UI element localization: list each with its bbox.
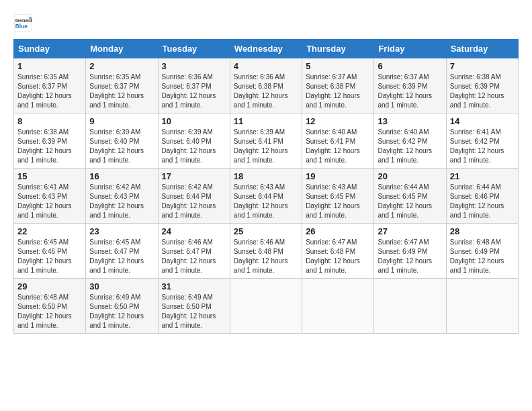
day-detail: Sunrise: 6:40 AMSunset: 6:42 PMDaylight:… (378, 128, 432, 164)
day-detail: Sunrise: 6:42 AMSunset: 6:43 PMDaylight:… (89, 183, 144, 219)
calendar-day-cell: 16 Sunrise: 6:42 AMSunset: 6:43 PMDaylig… (86, 169, 158, 224)
svg-text:Blue: Blue (15, 23, 28, 30)
calendar-day-cell: 24 Sunrise: 6:46 AMSunset: 6:47 PMDaylig… (158, 224, 230, 279)
day-number: 15 (17, 171, 82, 181)
day-detail: Sunrise: 6:49 AMSunset: 6:50 PMDaylight:… (89, 293, 144, 329)
day-detail: Sunrise: 6:46 AMSunset: 6:47 PMDaylight:… (162, 238, 216, 274)
calendar-day-cell: 13 Sunrise: 6:40 AMSunset: 6:42 PMDaylig… (374, 113, 446, 169)
day-number: 10 (162, 116, 226, 126)
day-number: 5 (306, 61, 370, 71)
calendar-day-cell: 2 Sunrise: 6:35 AMSunset: 6:37 PMDayligh… (86, 58, 158, 113)
calendar-day-cell: 3 Sunrise: 6:36 AMSunset: 6:37 PMDayligh… (158, 58, 230, 113)
calendar-day-cell: 17 Sunrise: 6:42 AMSunset: 6:44 PMDaylig… (158, 169, 230, 224)
day-number: 14 (450, 116, 515, 126)
weekday-header: Saturday (446, 40, 518, 58)
calendar-day-cell: 26 Sunrise: 6:47 AMSunset: 6:48 PMDaylig… (302, 224, 374, 279)
day-detail: Sunrise: 6:43 AMSunset: 6:45 PMDaylight:… (306, 183, 360, 219)
weekday-header: Tuesday (158, 40, 230, 58)
calendar-day-cell: 10 Sunrise: 6:39 AMSunset: 6:40 PMDaylig… (158, 113, 230, 169)
day-detail: Sunrise: 6:44 AMSunset: 6:45 PMDaylight:… (378, 183, 432, 219)
day-detail: Sunrise: 6:39 AMSunset: 6:40 PMDaylight:… (162, 128, 216, 164)
day-number: 23 (89, 226, 154, 236)
calendar-day-cell (374, 279, 446, 334)
day-detail: Sunrise: 6:41 AMSunset: 6:42 PMDaylight:… (450, 128, 504, 164)
calendar-week-row: 1 Sunrise: 6:35 AMSunset: 6:37 PMDayligh… (14, 58, 519, 113)
calendar-day-cell: 21 Sunrise: 6:44 AMSunset: 6:46 PMDaylig… (446, 169, 518, 224)
calendar-week-row: 15 Sunrise: 6:41 AMSunset: 6:43 PMDaylig… (14, 169, 519, 224)
day-number: 2 (89, 61, 154, 71)
calendar-day-cell: 15 Sunrise: 6:41 AMSunset: 6:43 PMDaylig… (14, 169, 86, 224)
day-detail: Sunrise: 6:47 AMSunset: 6:48 PMDaylight:… (306, 238, 360, 274)
day-number: 22 (17, 226, 82, 236)
calendar-day-cell: 12 Sunrise: 6:40 AMSunset: 6:41 PMDaylig… (302, 113, 374, 169)
calendar-day-cell: 9 Sunrise: 6:39 AMSunset: 6:40 PMDayligh… (86, 113, 158, 169)
calendar-day-cell: 29 Sunrise: 6:48 AMSunset: 6:50 PMDaylig… (14, 279, 86, 334)
weekday-header: Wednesday (230, 40, 302, 58)
calendar-day-cell: 14 Sunrise: 6:41 AMSunset: 6:42 PMDaylig… (446, 113, 518, 169)
day-detail: Sunrise: 6:44 AMSunset: 6:46 PMDaylight:… (450, 183, 504, 219)
calendar-day-cell (302, 279, 374, 334)
day-number: 8 (17, 116, 82, 126)
logo: General Blue (13, 13, 35, 32)
day-detail: Sunrise: 6:41 AMSunset: 6:43 PMDaylight:… (17, 183, 72, 219)
day-number: 28 (450, 226, 515, 236)
day-number: 12 (306, 116, 370, 126)
calendar-week-row: 22 Sunrise: 6:45 AMSunset: 6:46 PMDaylig… (14, 224, 519, 279)
day-number: 13 (378, 116, 442, 126)
day-detail: Sunrise: 6:43 AMSunset: 6:44 PMDaylight:… (234, 183, 288, 219)
calendar-day-cell (230, 279, 302, 334)
day-number: 30 (89, 281, 154, 291)
day-number: 6 (378, 61, 442, 71)
day-number: 16 (89, 171, 154, 181)
calendar-day-cell: 23 Sunrise: 6:45 AMSunset: 6:47 PMDaylig… (86, 224, 158, 279)
day-detail: Sunrise: 6:39 AMSunset: 6:41 PMDaylight:… (234, 128, 288, 164)
day-number: 1 (17, 61, 82, 71)
day-detail: Sunrise: 6:42 AMSunset: 6:44 PMDaylight:… (162, 183, 216, 219)
calendar-day-cell: 8 Sunrise: 6:38 AMSunset: 6:39 PMDayligh… (14, 113, 86, 169)
day-detail: Sunrise: 6:36 AMSunset: 6:37 PMDaylight:… (162, 73, 216, 109)
calendar-day-cell: 28 Sunrise: 6:48 AMSunset: 6:49 PMDaylig… (446, 224, 518, 279)
day-detail: Sunrise: 6:38 AMSunset: 6:39 PMDaylight:… (450, 73, 504, 109)
day-detail: Sunrise: 6:37 AMSunset: 6:39 PMDaylight:… (378, 73, 432, 109)
calendar-day-cell: 4 Sunrise: 6:36 AMSunset: 6:38 PMDayligh… (230, 58, 302, 113)
day-detail: Sunrise: 6:35 AMSunset: 6:37 PMDaylight:… (89, 73, 144, 109)
weekday-header: Friday (374, 40, 446, 58)
calendar-day-cell: 6 Sunrise: 6:37 AMSunset: 6:39 PMDayligh… (374, 58, 446, 113)
day-number: 26 (306, 226, 370, 236)
calendar-day-cell (446, 279, 518, 334)
day-detail: Sunrise: 6:49 AMSunset: 6:50 PMDaylight:… (162, 293, 216, 329)
calendar-table: SundayMondayTuesdayWednesdayThursdayFrid… (13, 39, 519, 334)
day-number: 4 (234, 61, 298, 71)
day-detail: Sunrise: 6:48 AMSunset: 6:50 PMDaylight:… (17, 293, 72, 329)
weekday-header: Monday (86, 40, 158, 58)
day-number: 27 (378, 226, 442, 236)
calendar-day-cell: 19 Sunrise: 6:43 AMSunset: 6:45 PMDaylig… (302, 169, 374, 224)
calendar-day-cell: 20 Sunrise: 6:44 AMSunset: 6:45 PMDaylig… (374, 169, 446, 224)
page-header: General Blue (13, 13, 519, 32)
calendar-day-cell: 7 Sunrise: 6:38 AMSunset: 6:39 PMDayligh… (446, 58, 518, 113)
weekday-header: Thursday (302, 40, 374, 58)
calendar-week-row: 8 Sunrise: 6:38 AMSunset: 6:39 PMDayligh… (14, 113, 519, 169)
logo-icon: General Blue (13, 13, 32, 32)
calendar-header-row: SundayMondayTuesdayWednesdayThursdayFrid… (14, 40, 519, 58)
day-detail: Sunrise: 6:48 AMSunset: 6:49 PMDaylight:… (450, 238, 504, 274)
day-number: 21 (450, 171, 515, 181)
day-detail: Sunrise: 6:40 AMSunset: 6:41 PMDaylight:… (306, 128, 360, 164)
day-detail: Sunrise: 6:47 AMSunset: 6:49 PMDaylight:… (378, 238, 432, 274)
calendar-day-cell: 27 Sunrise: 6:47 AMSunset: 6:49 PMDaylig… (374, 224, 446, 279)
day-number: 3 (162, 61, 226, 71)
day-detail: Sunrise: 6:35 AMSunset: 6:37 PMDaylight:… (17, 73, 72, 109)
day-number: 18 (234, 171, 298, 181)
weekday-header: Sunday (14, 40, 86, 58)
calendar-day-cell: 5 Sunrise: 6:37 AMSunset: 6:38 PMDayligh… (302, 58, 374, 113)
calendar-day-cell: 25 Sunrise: 6:46 AMSunset: 6:48 PMDaylig… (230, 224, 302, 279)
day-detail: Sunrise: 6:45 AMSunset: 6:47 PMDaylight:… (89, 238, 144, 274)
calendar-week-row: 29 Sunrise: 6:48 AMSunset: 6:50 PMDaylig… (14, 279, 519, 334)
day-number: 25 (234, 226, 298, 236)
day-detail: Sunrise: 6:37 AMSunset: 6:38 PMDaylight:… (306, 73, 360, 109)
day-number: 11 (234, 116, 298, 126)
calendar-day-cell: 30 Sunrise: 6:49 AMSunset: 6:50 PMDaylig… (86, 279, 158, 334)
day-number: 7 (450, 61, 515, 71)
calendar-day-cell: 22 Sunrise: 6:45 AMSunset: 6:46 PMDaylig… (14, 224, 86, 279)
calendar-day-cell: 11 Sunrise: 6:39 AMSunset: 6:41 PMDaylig… (230, 113, 302, 169)
